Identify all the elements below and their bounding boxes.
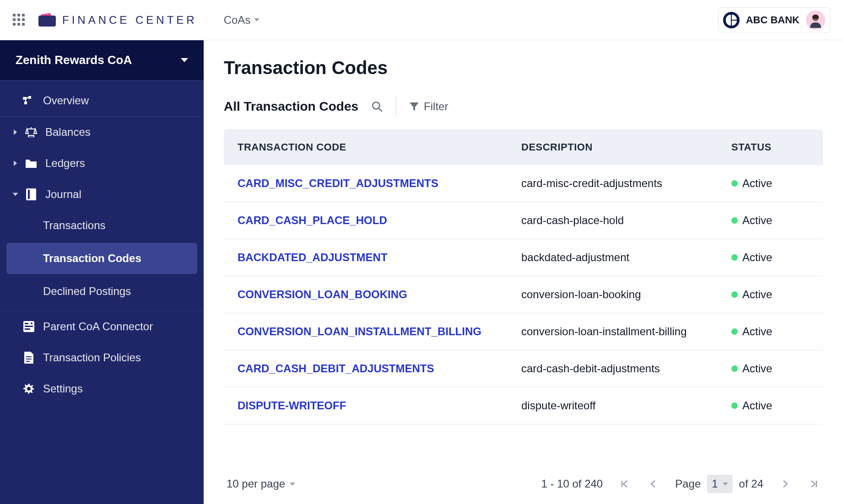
svg-rect-9 bbox=[25, 328, 30, 330]
coa-selector[interactable]: Zenith Rewards CoA bbox=[0, 40, 204, 80]
sidebar-item-transactions[interactable]: Transactions bbox=[0, 210, 204, 241]
sidebar-item-transaction-policies[interactable]: Transaction Policies bbox=[0, 342, 204, 373]
sidebar-item-settings[interactable]: Settings bbox=[0, 373, 204, 404]
chevron-right-icon bbox=[782, 479, 789, 488]
transaction-code-status: Active bbox=[731, 399, 809, 412]
table-body: CARD_MISC_CREDIT_ADJUSTMENTScard-misc-cr… bbox=[224, 165, 823, 464]
sidebar-item-transaction-codes[interactable]: Transaction Codes bbox=[6, 243, 197, 274]
search-button[interactable] bbox=[371, 101, 383, 113]
pagination: 10 per page 1 - 10 of 240 Page 1 bbox=[224, 464, 823, 504]
transaction-code-description: dispute-writeoff bbox=[521, 399, 731, 412]
transaction-code-status: Active bbox=[731, 177, 809, 190]
header-status: STATUS bbox=[731, 141, 809, 153]
sidebar-item-label: Balances bbox=[45, 126, 91, 139]
avatar[interactable] bbox=[806, 11, 825, 30]
connector-icon bbox=[23, 321, 35, 332]
transaction-code-link[interactable]: CONVERSION_LOAN_BOOKING bbox=[238, 288, 521, 301]
sidebar-item-ledgers[interactable]: Ledgers bbox=[0, 148, 204, 179]
balances-icon bbox=[25, 126, 37, 138]
sidebar-item-overview[interactable]: Overview bbox=[0, 85, 204, 117]
prev-page-button[interactable] bbox=[647, 477, 659, 490]
sidebar-item-label: Settings bbox=[43, 382, 83, 395]
total-pages: of 24 bbox=[739, 477, 763, 490]
sidebar-item-label: Transaction Policies bbox=[43, 351, 141, 364]
sidebar-item-label: Parent CoA Connector bbox=[43, 320, 153, 333]
svg-rect-8 bbox=[25, 326, 33, 327]
toolbar-title: All Transaction Codes bbox=[224, 99, 358, 114]
chevron-right-icon bbox=[14, 161, 17, 166]
document-icon bbox=[23, 352, 35, 364]
journal-icon bbox=[25, 188, 37, 200]
main-content: Transaction Codes All Transaction Codes … bbox=[204, 40, 843, 504]
first-page-icon bbox=[620, 479, 629, 488]
status-dot-icon bbox=[731, 291, 738, 298]
svg-rect-2 bbox=[28, 96, 31, 99]
first-page-button[interactable] bbox=[618, 477, 631, 490]
status-dot-icon bbox=[731, 180, 738, 187]
transaction-code-link[interactable]: BACKDATED_ADJUSTMENT bbox=[238, 251, 521, 264]
sidebar-nav: Overview Balances Ledgers bbox=[0, 80, 204, 404]
transaction-code-description: conversion-loan-booking bbox=[521, 288, 731, 301]
status-dot-icon bbox=[731, 365, 738, 372]
last-page-icon bbox=[809, 479, 818, 488]
sidebar-item-label: Journal bbox=[45, 188, 81, 201]
table-row: CARD_CASH_PLACE_HOLDcard-cash-place-hold… bbox=[224, 202, 823, 239]
wallet-icon bbox=[38, 14, 56, 27]
svg-rect-5 bbox=[28, 190, 30, 199]
per-page-label: 10 per page bbox=[227, 477, 285, 490]
topbar: FINANCE CENTER CoAs ABC BANK bbox=[0, 0, 843, 40]
sidebar-item-label: Overview bbox=[43, 94, 89, 107]
overview-icon bbox=[23, 95, 35, 107]
next-page-button[interactable] bbox=[779, 477, 792, 490]
sidebar-item-balances[interactable]: Balances bbox=[0, 117, 204, 148]
transaction-code-status: Active bbox=[731, 362, 809, 375]
folder-icon bbox=[25, 157, 37, 169]
chevron-down-icon bbox=[181, 58, 188, 62]
transaction-code-status: Active bbox=[731, 251, 809, 264]
table-header: TRANSACTION CODE DESCRIPTION STATUS bbox=[224, 129, 823, 165]
transaction-code-link[interactable]: CARD_CASH_PLACE_HOLD bbox=[238, 214, 521, 227]
sidebar-item-journal[interactable]: Journal bbox=[0, 179, 204, 210]
page-input[interactable]: 1 bbox=[707, 475, 732, 493]
org-name: ABC BANK bbox=[746, 14, 800, 26]
transaction-code-link[interactable]: CARD_MISC_CREDIT_ADJUSTMENTS bbox=[238, 177, 521, 190]
sidebar-item-declined-postings[interactable]: Declined Postings bbox=[0, 276, 204, 307]
transaction-code-description: card-cash-place-hold bbox=[521, 214, 731, 227]
app-logo[interactable]: FINANCE CENTER bbox=[38, 14, 197, 27]
per-page-selector[interactable]: 10 per page bbox=[227, 477, 295, 490]
header-code: TRANSACTION CODE bbox=[238, 141, 521, 153]
app-grid-icon[interactable] bbox=[13, 14, 26, 27]
transaction-code-link[interactable]: CONVERSION_LOAN_INSTALLMENT_BILLING bbox=[238, 325, 521, 338]
chevron-down-icon bbox=[290, 483, 295, 486]
sidebar-item-label: Ledgers bbox=[45, 157, 85, 170]
gear-icon bbox=[23, 383, 35, 395]
current-page: 1 bbox=[712, 477, 718, 490]
status-dot-icon bbox=[731, 402, 738, 409]
svg-rect-13 bbox=[26, 361, 30, 362]
coa-menu[interactable]: CoAs bbox=[224, 14, 260, 27]
transaction-code-link[interactable]: DISPUTE-WRITEOFF bbox=[238, 399, 521, 412]
filter-button[interactable]: Filter bbox=[409, 100, 448, 113]
svg-rect-3 bbox=[24, 102, 27, 104]
svg-rect-12 bbox=[26, 359, 32, 359]
filter-label: Filter bbox=[424, 100, 448, 113]
transaction-code-link[interactable]: CARD_CASH_DEBIT_ADJUSTMENTS bbox=[238, 362, 521, 375]
pagination-range: 1 - 10 of 240 bbox=[541, 477, 603, 490]
chevron-down-icon bbox=[723, 483, 728, 486]
svg-rect-1 bbox=[23, 97, 27, 100]
table-row: CARD_CASH_DEBIT_ADJUSTMENTScard-cash-deb… bbox=[224, 350, 823, 387]
chevron-right-icon bbox=[14, 129, 17, 135]
svg-point-14 bbox=[27, 387, 31, 391]
divider bbox=[396, 97, 396, 117]
svg-rect-4 bbox=[26, 188, 36, 200]
sidebar: Zenith Rewards CoA Overview Balances bbox=[0, 40, 204, 504]
svg-line-16 bbox=[379, 108, 382, 112]
status-dot-icon bbox=[731, 328, 738, 335]
svg-rect-11 bbox=[26, 356, 32, 357]
table-row: CONVERSION_LOAN_BOOKINGconversion-loan-b… bbox=[224, 276, 823, 313]
org-switcher[interactable]: ABC BANK bbox=[718, 7, 830, 33]
org-icon bbox=[723, 12, 740, 28]
sidebar-item-parent-coa-connector[interactable]: Parent CoA Connector bbox=[0, 311, 204, 342]
page-title: Transaction Codes bbox=[224, 58, 823, 78]
last-page-button[interactable] bbox=[807, 477, 820, 490]
